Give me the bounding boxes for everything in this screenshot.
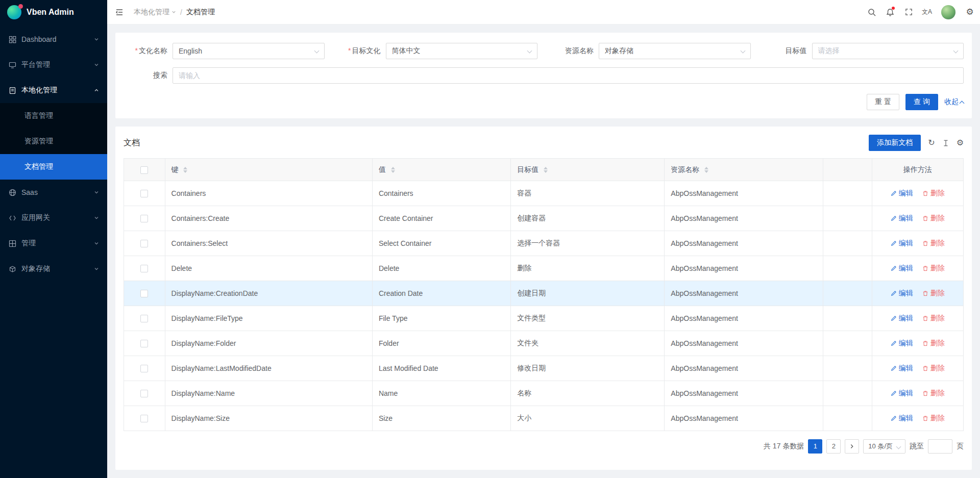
page-button-2[interactable]: 2 <box>826 439 841 454</box>
table-settings-gear-icon[interactable]: ⚙ <box>957 139 964 147</box>
add-document-button[interactable]: 添加新文档 <box>869 135 921 151</box>
avatar[interactable] <box>941 5 955 19</box>
sidebar-item-platform[interactable]: 平台管理 <box>0 52 107 78</box>
edit-button[interactable]: 编辑 <box>891 289 913 298</box>
table-row[interactable]: DisplayName:Size Size 大小 AbpOssManagemen… <box>124 406 964 431</box>
delete-button[interactable]: 删除 <box>922 289 945 298</box>
delete-button[interactable]: 删除 <box>922 214 945 223</box>
pagination-total: 共 17 条数据 <box>764 442 804 451</box>
row-checkbox[interactable] <box>140 240 148 247</box>
column-header-resource[interactable]: 资源名称 <box>665 159 823 181</box>
sidebar-item-object-storage[interactable]: 对象存储 <box>0 256 107 282</box>
logo-icon <box>7 5 21 19</box>
delete-button[interactable]: 删除 <box>922 314 945 323</box>
table-row[interactable]: DisplayName:CreationDate Creation Date 创… <box>124 281 964 306</box>
breadcrumb-parent[interactable]: 本地化管理 <box>134 8 176 17</box>
reset-button[interactable]: 重 置 <box>867 94 899 110</box>
row-checkbox[interactable] <box>140 390 148 397</box>
row-checkbox[interactable] <box>140 415 148 422</box>
column-header-key[interactable]: 键 <box>165 159 372 181</box>
row-checkbox[interactable] <box>140 190 148 197</box>
sidebar-item-management[interactable]: 管理 <box>0 231 107 256</box>
sidebar-item-saas[interactable]: Saas <box>0 180 107 205</box>
table-row[interactable]: DisplayName:Folder Folder 文件夹 AbpOssMana… <box>124 331 964 356</box>
select-all-checkbox[interactable] <box>140 166 148 174</box>
cell-actions: 编辑 删除 <box>872 181 963 206</box>
edit-button[interactable]: 编辑 <box>891 189 913 198</box>
delete-button[interactable]: 删除 <box>922 389 945 398</box>
table-row[interactable]: Containers:Create Create Container 创建容器 … <box>124 206 964 231</box>
pencil-icon <box>891 290 897 296</box>
table-row[interactable]: Delete Delete 删除 AbpOssManagement 编辑 删除 <box>124 256 964 281</box>
cell-target: 创建容器 <box>511 206 665 231</box>
delete-button[interactable]: 删除 <box>922 414 945 423</box>
page-content: *文化名称 English *目标文化 简体中文 <box>107 24 980 478</box>
sidebar-item-gateway[interactable]: 应用网关 <box>0 205 107 231</box>
edit-button[interactable]: 编辑 <box>891 389 913 398</box>
edit-button[interactable]: 编辑 <box>891 239 913 248</box>
resource-name-select[interactable]: 对象存储 <box>599 43 751 59</box>
chevron-down-icon <box>896 444 901 449</box>
edit-button[interactable]: 编辑 <box>891 339 913 348</box>
cell-resource: AbpOssManagement <box>665 256 823 281</box>
table-row[interactable]: DisplayName:Name Name 名称 AbpOssManagemen… <box>124 381 964 406</box>
edit-button[interactable]: 编辑 <box>891 314 913 323</box>
table-row[interactable]: DisplayName:FileType File Type 文件类型 AbpO… <box>124 306 964 331</box>
row-checkbox[interactable] <box>140 290 148 297</box>
row-checkbox[interactable] <box>140 315 148 322</box>
logo[interactable]: Vben Admin <box>0 0 107 24</box>
sidebar-item-label: 资源管理 <box>24 137 99 146</box>
chevron-down-icon <box>94 62 99 67</box>
menu-fold-icon[interactable] <box>107 0 132 24</box>
cell-empty <box>823 381 872 406</box>
delete-button[interactable]: 删除 <box>922 239 945 248</box>
delete-button[interactable]: 删除 <box>922 264 945 273</box>
table-row[interactable]: DisplayName:LastModifiedDate Last Modifi… <box>124 356 964 381</box>
next-page-icon[interactable] <box>845 439 859 454</box>
search-input[interactable] <box>173 67 964 84</box>
sidebar-item-resource-management[interactable]: 资源管理 <box>0 129 107 154</box>
bell-icon[interactable] <box>881 0 899 24</box>
target-culture-select[interactable]: 简体中文 <box>386 43 538 59</box>
row-height-icon[interactable] <box>942 139 949 147</box>
refresh-icon[interactable]: ↻ <box>928 139 935 147</box>
search-icon[interactable] <box>863 0 881 24</box>
field-label: *目标文化 <box>337 46 386 56</box>
culture-name-select[interactable]: English <box>173 43 325 59</box>
query-button[interactable]: 查 询 <box>905 94 938 110</box>
column-header-actions: 操作方法 <box>872 159 963 181</box>
edit-button[interactable]: 编辑 <box>891 364 913 373</box>
delete-button[interactable]: 删除 <box>922 339 945 348</box>
settings-gear-icon[interactable]: ⚙ <box>961 0 979 24</box>
cell-target: 创建日期 <box>511 281 665 306</box>
table-row[interactable]: Containers Containers 容器 AbpOssManagemen… <box>124 181 964 206</box>
sidebar-item-dashboard[interactable]: Dashboard <box>0 27 107 52</box>
delete-button[interactable]: 删除 <box>922 364 945 373</box>
fullscreen-icon[interactable] <box>899 0 918 24</box>
table-row[interactable]: Containers:Select Select Container 选择一个容… <box>124 231 964 256</box>
page-size-select[interactable]: 10 条/页 <box>863 439 905 454</box>
cell-target: 容器 <box>511 181 665 206</box>
page-button-1[interactable]: 1 <box>808 439 822 454</box>
sidebar-item-localization[interactable]: 本地化管理 <box>0 78 107 103</box>
jump-page-input[interactable] <box>928 439 952 454</box>
sidebar-item-document-management[interactable]: 文档管理 <box>0 154 107 180</box>
translate-icon[interactable]: 文A <box>918 0 936 24</box>
row-checkbox[interactable] <box>140 340 148 347</box>
row-checkbox[interactable] <box>140 215 148 222</box>
edit-button[interactable]: 编辑 <box>891 214 913 223</box>
pencil-icon <box>891 390 897 396</box>
edit-button[interactable]: 编辑 <box>891 414 913 423</box>
edit-button[interactable]: 编辑 <box>891 264 913 273</box>
target-value-select[interactable]: 请选择 <box>812 43 964 59</box>
delete-button[interactable]: 删除 <box>922 189 945 198</box>
row-checkbox[interactable] <box>140 265 148 272</box>
pencil-icon <box>891 365 897 371</box>
column-header-target[interactable]: 目标值 <box>511 159 665 181</box>
column-header-value[interactable]: 值 <box>372 159 510 181</box>
collapse-link[interactable]: 收起 <box>944 97 964 107</box>
required-asterisk: * <box>135 46 138 55</box>
row-checkbox[interactable] <box>140 365 148 372</box>
sidebar-item-language-management[interactable]: 语言管理 <box>0 103 107 129</box>
field-label: *文化名称 <box>124 46 173 56</box>
